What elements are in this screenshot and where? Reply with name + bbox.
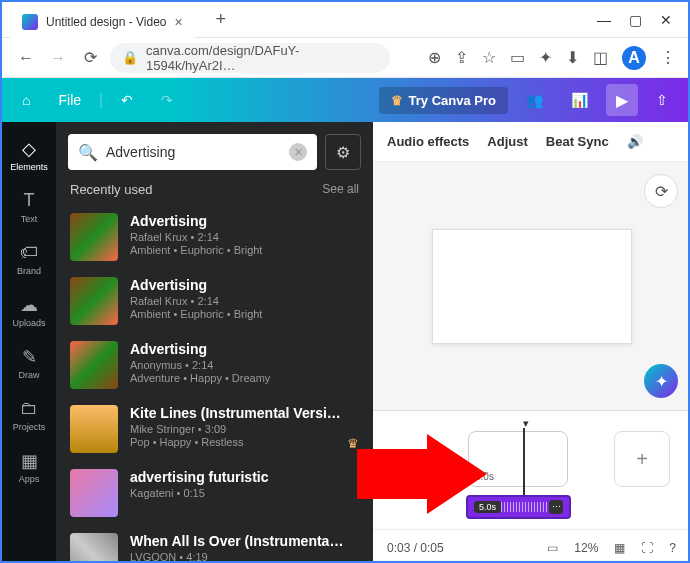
- canva-favicon: [22, 14, 38, 30]
- audio-clip-menu-icon[interactable]: ⋯: [549, 500, 563, 514]
- filter-button[interactable]: ⚙: [325, 134, 361, 170]
- track-thumbnail: [70, 405, 118, 453]
- folder-icon: 🗀: [19, 399, 39, 419]
- profile-avatar[interactable]: A: [622, 46, 646, 70]
- forward-button[interactable]: →: [46, 46, 70, 70]
- shapes-icon: ◇: [19, 139, 39, 159]
- upload-icon: ☁: [19, 295, 39, 315]
- brand-icon: 🏷: [19, 243, 39, 263]
- try-pro-button[interactable]: ♛ Try Canva Pro: [379, 87, 508, 114]
- draw-icon: ✎: [19, 347, 39, 367]
- clear-search-icon[interactable]: ✕: [289, 143, 307, 161]
- track-item[interactable]: advertising futuristicKagateni • 0:15: [56, 461, 373, 525]
- minimize-icon[interactable]: —: [597, 12, 611, 28]
- undo-button[interactable]: ↶: [111, 86, 143, 114]
- analytics-icon[interactable]: 📊: [561, 86, 598, 114]
- refresh-canvas-button[interactable]: ⟳: [644, 174, 678, 208]
- timeline-time: 0:03 / 0:05: [387, 541, 444, 555]
- magic-button[interactable]: ✦: [644, 364, 678, 398]
- zoom-level[interactable]: 12%: [574, 541, 598, 555]
- maximize-icon[interactable]: ▢: [629, 12, 642, 28]
- pro-crown-icon: ♛: [347, 436, 359, 451]
- add-clip-button[interactable]: +: [614, 431, 670, 487]
- share-button[interactable]: ⇧: [646, 86, 678, 114]
- track-item[interactable]: When All Is Over (Instrumenta…LVGOON • 4…: [56, 525, 373, 563]
- sidebar-item-text[interactable]: TText: [2, 182, 56, 232]
- sidebar-item-elements[interactable]: ◇Elements: [2, 130, 56, 180]
- url-field[interactable]: 🔒 canva.com/design/DAFuY-1594k/hyAr2I…: [110, 43, 390, 73]
- clip-duration: 5.0s: [475, 471, 494, 482]
- waveform: [501, 502, 549, 512]
- track-item[interactable]: AdvertisingRafael Krux • 2:14Ambient • E…: [56, 205, 373, 269]
- help-icon[interactable]: ?: [669, 541, 676, 555]
- redo-button[interactable]: ↷: [151, 86, 183, 114]
- sidebar-item-apps[interactable]: ▦Apps: [2, 442, 56, 492]
- bookmark-icon[interactable]: ☆: [482, 48, 496, 67]
- see-all-link[interactable]: See all: [322, 182, 359, 197]
- video-canvas[interactable]: [432, 229, 632, 344]
- video-clip[interactable]: 5.0s: [468, 431, 568, 487]
- zoom-icon[interactable]: ⊕: [428, 48, 441, 67]
- close-tab-icon[interactable]: ×: [175, 14, 183, 30]
- downloads-icon[interactable]: ⬇: [566, 48, 579, 67]
- track-item[interactable]: AdvertisingRafael Krux • 2:14Ambient • E…: [56, 269, 373, 333]
- collaborators-icon[interactable]: 👥: [516, 86, 553, 114]
- sliders-icon: ⚙: [336, 143, 350, 162]
- sidebar-item-uploads[interactable]: ☁Uploads: [2, 286, 56, 336]
- extensions-icon[interactable]: ✦: [539, 48, 552, 67]
- sidebar-item-projects[interactable]: 🗀Projects: [2, 390, 56, 440]
- sidebar-item-brand[interactable]: 🏷Brand: [2, 234, 56, 284]
- search-input[interactable]: [106, 144, 281, 160]
- browser-menu-icon[interactable]: ⋮: [660, 48, 676, 67]
- back-button[interactable]: ←: [14, 46, 38, 70]
- track-thumbnail: [70, 533, 118, 563]
- url-text: canva.com/design/DAFuY-1594k/hyAr2I…: [146, 43, 378, 73]
- close-window-icon[interactable]: ✕: [660, 12, 672, 28]
- grid-view-icon[interactable]: ▦: [614, 541, 625, 555]
- audio-duration-badge: 5.0s: [474, 501, 501, 513]
- track-thumbnail: [70, 213, 118, 261]
- sidebar: ◇Elements TText 🏷Brand ☁Uploads ✎Draw 🗀P…: [2, 122, 56, 563]
- apps-icon: ▦: [19, 451, 39, 471]
- new-tab-button[interactable]: +: [207, 6, 235, 34]
- track-thumbnail: [70, 469, 118, 517]
- sidebar-item-draw[interactable]: ✎Draw: [2, 338, 56, 388]
- track-item[interactable]: AdvertisingAnonymus • 2:14Adventure • Ha…: [56, 333, 373, 397]
- track-item[interactable]: Kite Lines (Instrumental Versi…Mike Stri…: [56, 397, 373, 461]
- sparkle-icon: ✦: [655, 372, 668, 391]
- pages-view-icon[interactable]: ▭: [547, 541, 558, 555]
- lock-icon: 🔒: [122, 50, 138, 65]
- audio-clip[interactable]: 5.0s ⋯: [466, 495, 571, 519]
- text-icon: T: [19, 191, 39, 211]
- beat-sync-button[interactable]: Beat Sync: [546, 134, 609, 149]
- card-icon[interactable]: ▭: [510, 48, 525, 67]
- tab-title: Untitled design - Video: [46, 15, 167, 29]
- search-icon: 🔍: [78, 143, 98, 162]
- share-icon[interactable]: ⇪: [455, 48, 468, 67]
- timeline[interactable]: ▾ 5.0s + 5.0s ⋯ 0:03 / 0:05 ▭ 12%: [373, 410, 690, 563]
- reload-button[interactable]: ⟳: [78, 46, 102, 70]
- audio-effects-button[interactable]: Audio effects: [387, 134, 469, 149]
- home-button[interactable]: ⌂: [12, 86, 40, 114]
- search-input-wrapper[interactable]: 🔍 ✕: [68, 134, 317, 170]
- crown-icon: ♛: [391, 93, 403, 108]
- file-menu[interactable]: File: [48, 86, 91, 114]
- track-thumbnail: [70, 277, 118, 325]
- browser-tab[interactable]: Untitled design - Video ×: [10, 6, 195, 38]
- track-thumbnail: [70, 341, 118, 389]
- elements-panel: 🔍 ✕ ⚙ Recently used See all AdvertisingR…: [56, 122, 373, 563]
- adjust-button[interactable]: Adjust: [487, 134, 527, 149]
- section-title: Recently used: [70, 182, 152, 197]
- fullscreen-icon[interactable]: ⛶: [641, 541, 653, 555]
- volume-icon[interactable]: 🔊: [627, 134, 643, 149]
- present-button[interactable]: ▶: [606, 84, 638, 116]
- refresh-icon: ⟳: [655, 182, 668, 201]
- reader-icon[interactable]: ◫: [593, 48, 608, 67]
